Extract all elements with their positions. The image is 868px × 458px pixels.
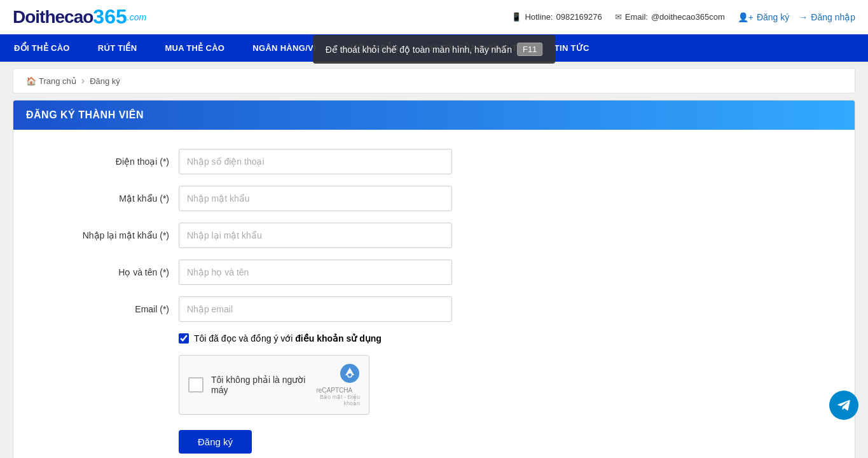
email-icon: ✉ — [615, 12, 622, 22]
submit-button[interactable]: Đăng ký — [179, 430, 252, 454]
tos-label: Tôi đã đọc và đồng ý với điều khoản sử d… — [194, 333, 382, 344]
top-bar: Doithecao 365 .com 📱 Hotline: 0982169276… — [0, 0, 868, 34]
logo: Doithecao 365 .com — [13, 5, 146, 29]
hotline-label: Hotline: — [525, 12, 553, 22]
breadcrumb-separator: › — [81, 75, 85, 87]
phone-label: Điện thoại (*) — [39, 156, 179, 167]
email-input[interactable] — [179, 296, 452, 322]
logo-suffix: .com — [127, 12, 146, 22]
recaptcha-box[interactable]: Tôi không phải là người máy reCAPTCHA Bả… — [179, 355, 369, 415]
confirm-password-row: Nhập lại mật khẩu (*) — [39, 223, 829, 248]
fullname-row: Họ và tên (*) — [39, 260, 829, 285]
nav-mua-the-cao[interactable]: MUA THẺ CÀO — [151, 34, 238, 62]
fullscreen-tooltip: Để thoát khỏi chế độ toàn màn hình, hãy … — [313, 35, 556, 64]
password-label: Mật khẩu (*) — [39, 193, 179, 204]
nav-rut-tien[interactable]: RÚT TIỀN — [84, 34, 151, 62]
tooltip-text: Để thoát khỏi chế độ toàn màn hình, hãy … — [326, 45, 512, 55]
email-value: @doithecao365com — [651, 12, 725, 22]
email-item: ✉ Email: @doithecao365com — [615, 12, 725, 22]
top-right: 📱 Hotline: 0982169276 ✉ Email: @doitheca… — [511, 12, 855, 22]
password-row: Mật khẩu (*) — [39, 186, 829, 211]
telegram-fab[interactable] — [829, 391, 858, 420]
recaptcha-left: Tôi không phải là người máy — [188, 375, 309, 395]
login-link[interactable]: → Đăng nhập — [799, 12, 855, 22]
email-label: Email: — [625, 12, 648, 22]
submit-row: Đăng ký — [179, 430, 829, 454]
recaptcha-brand-label: reCAPTCHA — [309, 387, 360, 394]
email-row: Email (*) — [39, 296, 829, 322]
email-form-label: Email (*) — [39, 304, 179, 314]
login-icon: → — [799, 12, 808, 22]
register-link[interactable]: 👤+ Đăng ký — [738, 12, 790, 22]
breadcrumb-home-label: Trang chủ — [39, 76, 76, 86]
confirm-password-input[interactable] — [179, 223, 452, 248]
telegram-icon — [836, 397, 852, 413]
hotline-item: 📱 Hotline: 0982169276 — [511, 12, 602, 22]
recaptcha-text: Tôi không phải là người máy — [211, 375, 309, 395]
home-icon: 🏠 — [26, 76, 36, 86]
registration-form: Điện thoại (*) Mật khẩu (*) Nhập lại mật… — [13, 130, 855, 458]
recaptcha-right: reCAPTCHA Bảo mật - Điều khoản — [309, 363, 360, 406]
phone-row: Điện thoại (*) — [39, 149, 829, 174]
logo-num: 365 — [93, 5, 127, 29]
auth-links: 👤+ Đăng ký → Đăng nhập — [738, 12, 855, 22]
phone-input[interactable] — [179, 149, 452, 174]
recaptcha-checkbox[interactable] — [188, 377, 203, 392]
fullname-label: Họ và tên (*) — [39, 267, 179, 277]
section-header: ĐĂNG KÝ THÀNH VIÊN — [13, 101, 855, 130]
breadcrumb-current: Đăng ký — [90, 76, 120, 86]
register-icon: 👤+ — [738, 12, 754, 22]
tos-checkbox[interactable] — [179, 333, 189, 344]
recaptcha-row: Tôi không phải là người máy reCAPTCHA Bả… — [179, 355, 829, 415]
f11-badge: F11 — [517, 43, 542, 56]
password-input[interactable] — [179, 186, 452, 211]
breadcrumb-home[interactable]: 🏠 Trang chủ — [26, 76, 76, 86]
section-title: ĐĂNG KÝ THÀNH VIÊN — [26, 109, 144, 120]
recaptcha-logo-icon — [340, 363, 360, 384]
logo-main: Doithecao — [13, 7, 93, 27]
nav-doi-the-cao[interactable]: ĐỔI THẺ CÀO — [0, 34, 84, 62]
breadcrumb: 🏠 Trang chủ › Đăng ký — [13, 68, 855, 94]
fullname-input[interactable] — [179, 260, 452, 285]
phone-icon: 📱 — [511, 12, 521, 22]
tos-bold: điều khoản sử dụng — [295, 333, 382, 344]
recaptcha-sub-label: Bảo mật - Điều khoản — [309, 394, 360, 406]
tos-text: Tôi đã đọc và đồng ý với — [194, 333, 295, 344]
hotline-number: 0982169276 — [556, 12, 602, 22]
confirm-password-label: Nhập lại mật khẩu (*) — [39, 230, 179, 240]
tos-row: Tôi đã đọc và đồng ý với điều khoản sử d… — [179, 333, 829, 344]
main-content: ĐĂNG KÝ THÀNH VIÊN Điện thoại (*) Mật kh… — [13, 100, 855, 458]
